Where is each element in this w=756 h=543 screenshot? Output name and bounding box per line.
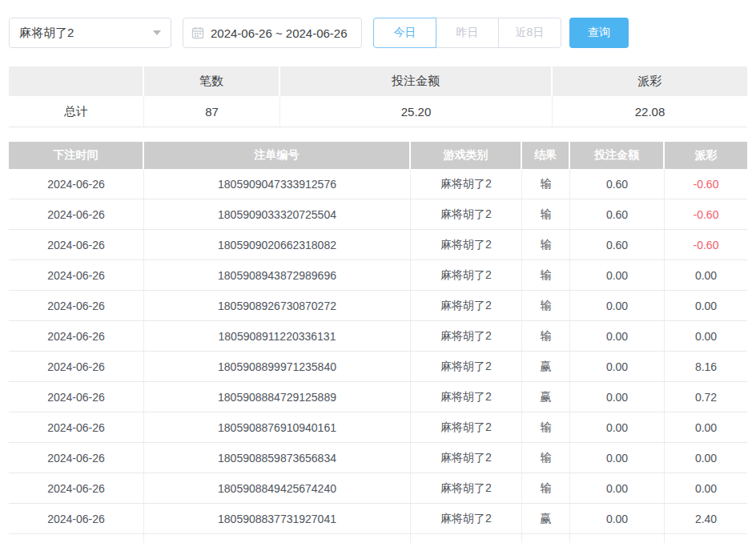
cell-payout: 0.72	[665, 382, 747, 412]
cell-order-id: 1805908876910940161	[144, 412, 411, 442]
summary-header-row: 笔数 投注金额 派彩	[9, 66, 747, 96]
cell-game-type: 麻将胡了2	[411, 443, 522, 473]
page: 麻将胡了2 2024-06-26 ~ 2024-06-26	[0, 18, 756, 543]
cell-result: 输	[522, 230, 570, 259]
cell-game-type: 麻将胡了2	[411, 169, 522, 199]
cell-bet-time: 2024-06-26	[9, 321, 144, 351]
cell-payout: 0.00	[665, 412, 747, 442]
chevron-down-icon	[153, 30, 161, 35]
summary-header-empty	[9, 66, 144, 96]
cell-bet-amount: 0.00	[570, 443, 665, 473]
table-row: 2024-06-26 1805908837731927041 麻将胡了2 赢 0…	[9, 504, 747, 534]
table-body: 2024-06-26 1805909047333912576 麻将胡了2 输 0…	[9, 169, 747, 534]
header-result: 结果	[522, 142, 570, 169]
summary-table: 笔数 投注金额 派彩 总计 87 25.20 22.08	[9, 66, 747, 127]
game-select[interactable]: 麻将胡了2	[9, 18, 171, 48]
table-row: 2024-06-26 1805908859873656834 麻将胡了2 输 0…	[9, 443, 747, 473]
cell-bet-time: 2024-06-26	[9, 382, 144, 412]
cell-bet-amount: 0.60	[570, 199, 665, 229]
table-row-partial	[9, 534, 747, 543]
cell-bet-time: 2024-06-26	[9, 443, 144, 473]
cell-result: 输	[522, 169, 570, 199]
cell-order-id: 1805908837731927041	[144, 504, 411, 533]
calendar-icon	[191, 26, 204, 39]
cell-order-id: 1805908943872989696	[144, 260, 411, 290]
cell-game-type: 麻将胡了2	[411, 352, 522, 381]
cell-game-type: 麻将胡了2	[411, 230, 522, 259]
cell-bet-time: 2024-06-26	[9, 199, 144, 229]
summary-header-bet-amount: 投注金额	[280, 66, 553, 96]
cell-bet-time: 2024-06-26	[9, 504, 144, 533]
bet-records-table: 下注时间 注单编号 游戏类别 结果 投注金额 派彩 2024-06-26 180…	[9, 142, 747, 543]
query-button[interactable]: 查询	[569, 18, 629, 48]
cell-order-id: 1805909047333912576	[144, 169, 411, 199]
summary-total-count: 87	[144, 96, 280, 127]
yesterday-button[interactable]: 昨日	[436, 18, 499, 48]
cell-game-type: 麻将胡了2	[411, 199, 522, 229]
cell-bet-amount: 0.00	[570, 260, 665, 290]
table-row: 2024-06-26 1805908876910940161 麻将胡了2 输 0…	[9, 412, 747, 443]
cell-bet-amount: 0.00	[570, 291, 665, 320]
summary-total-label: 总计	[9, 96, 144, 127]
cell-game-type: 麻将胡了2	[411, 473, 522, 503]
cell-bet-amount: 0.00	[570, 412, 665, 442]
cell-bet-time: 2024-06-26	[9, 412, 144, 442]
table-header-row: 下注时间 注单编号 游戏类别 结果 投注金额 派彩	[9, 142, 747, 169]
cell-bet-amount: 0.00	[570, 504, 665, 533]
cell-order-id: 1805908884729125889	[144, 382, 411, 412]
cell-payout: 0.00	[665, 443, 747, 473]
cell-order-id: 1805908911220336131	[144, 321, 411, 351]
table-row: 2024-06-26 1805909020662318082 麻将胡了2 输 0…	[9, 230, 747, 260]
cell-bet-time: 2024-06-26	[9, 473, 144, 503]
header-payout: 派彩	[665, 142, 747, 169]
summary-header-count: 笔数	[144, 66, 280, 96]
cell-result: 赢	[522, 352, 570, 381]
cell-bet-amount: 0.60	[570, 169, 665, 199]
table-row: 2024-06-26 1805908943872989696 麻将胡了2 输 0…	[9, 260, 747, 291]
table-row: 2024-06-26 1805908849425674240 麻将胡了2 输 0…	[9, 473, 747, 504]
cell-game-type: 麻将胡了2	[411, 412, 522, 442]
cell-result: 输	[522, 473, 570, 503]
today-button[interactable]: 今日	[373, 18, 436, 48]
cell-bet-time: 2024-06-26	[9, 291, 144, 320]
cell-order-id: 1805909020662318082	[144, 230, 411, 259]
header-bet-amount: 投注金额	[570, 142, 665, 169]
quick-range-group: 今日 昨日 近8日	[373, 18, 561, 48]
game-select-value: 麻将胡了2	[19, 26, 74, 41]
cell-result: 输	[522, 291, 570, 320]
cell-order-id: 1805908926730870272	[144, 291, 411, 320]
table-row: 2024-06-26 1805908884729125889 麻将胡了2 赢 0…	[9, 382, 747, 412]
cell-bet-time: 2024-06-26	[9, 260, 144, 290]
cell-payout: -0.60	[665, 169, 747, 199]
cell-bet-amount: 0.00	[570, 321, 665, 351]
cell-result: 输	[522, 199, 570, 229]
header-order-id: 注单编号	[144, 142, 411, 169]
cell-result: 输	[522, 443, 570, 473]
cell-payout: 0.00	[665, 291, 747, 320]
cell-payout: 2.40	[665, 504, 747, 533]
cell-bet-amount: 0.00	[570, 382, 665, 412]
last-8-days-button[interactable]: 近8日	[498, 18, 561, 48]
date-range-picker[interactable]: 2024-06-26 ~ 2024-06-26	[183, 18, 362, 48]
cell-order-id: 1805908899971235840	[144, 352, 411, 381]
cell-bet-amount: 0.00	[570, 473, 665, 503]
cell-order-id: 1805908859873656834	[144, 443, 411, 473]
table-row: 2024-06-26 1805909033320725504 麻将胡了2 输 0…	[9, 199, 747, 230]
cell-payout: 0.00	[665, 321, 747, 351]
cell-bet-amount: 0.60	[570, 230, 665, 259]
cell-bet-time: 2024-06-26	[9, 230, 144, 259]
date-range-value: 2024-06-26 ~ 2024-06-26	[211, 26, 348, 40]
cell-game-type: 麻将胡了2	[411, 382, 522, 412]
summary-header-payout: 派彩	[553, 66, 747, 96]
cell-result: 赢	[522, 504, 570, 533]
cell-bet-time: 2024-06-26	[9, 352, 144, 381]
summary-total-payout: 22.08	[553, 96, 747, 127]
table-row: 2024-06-26 1805909047333912576 麻将胡了2 输 0…	[9, 169, 747, 199]
cell-payout: -0.60	[665, 230, 747, 259]
cell-payout: -0.60	[665, 199, 747, 229]
cell-payout: 0.00	[665, 473, 747, 503]
cell-result: 输	[522, 412, 570, 442]
table-row: 2024-06-26 1805908899971235840 麻将胡了2 赢 0…	[9, 352, 747, 382]
cell-bet-time: 2024-06-26	[9, 169, 144, 199]
header-game-type: 游戏类别	[411, 142, 522, 169]
